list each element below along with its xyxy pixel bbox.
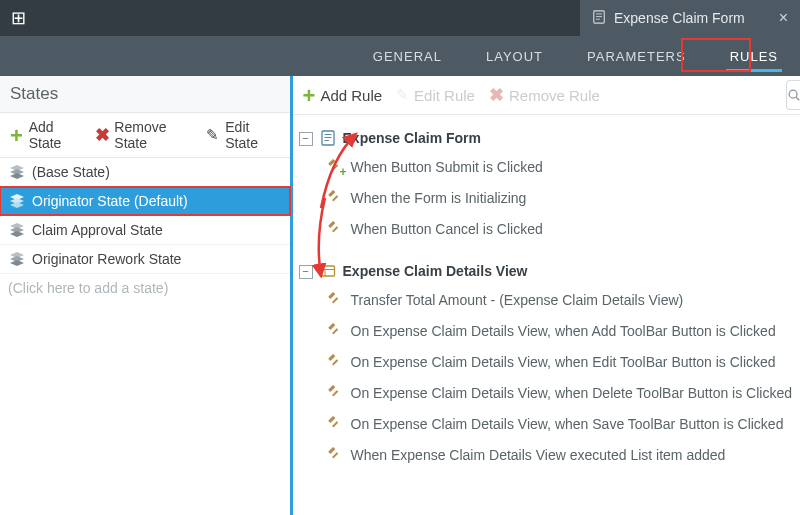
collapse-toggle[interactable]: − (299, 132, 313, 146)
gavel-icon (327, 290, 343, 309)
svg-rect-40 (331, 421, 337, 427)
tab-general[interactable]: GENERAL (351, 36, 464, 76)
add-state-button[interactable]: +Add State (8, 119, 86, 151)
svg-marker-6 (10, 173, 24, 179)
x-icon: ✖ (489, 84, 504, 106)
state-item-originator[interactable]: Originator State (Default) (0, 187, 290, 216)
collapse-toggle[interactable]: − (299, 265, 313, 279)
svg-marker-12 (10, 231, 24, 237)
svg-rect-32 (331, 297, 337, 303)
state-label: Originator Rework State (32, 251, 181, 267)
state-item-base[interactable]: (Base State) (0, 158, 290, 187)
tree-group-form[interactable]: − Expense Claim Form (299, 125, 792, 151)
pencil-icon: ✎ (396, 86, 409, 104)
svg-rect-38 (331, 390, 337, 396)
svg-point-16 (789, 90, 797, 98)
edit-rule-button: ✎Edit Rule (396, 86, 475, 104)
rule-label: Transfer Total Amount - (Expense Claim D… (351, 292, 684, 308)
gavel-icon (327, 414, 343, 433)
rule-item[interactable]: When the Form is Initializing (327, 182, 792, 213)
rule-label: On Expense Claim Details View, when Edit… (351, 354, 776, 370)
states-panel: States +Add State ✖Remove State ✎Edit St… (0, 76, 293, 515)
rule-item[interactable]: On Expense Claim Details View, when Add … (327, 315, 792, 346)
edit-state-button[interactable]: ✎Edit State (205, 119, 282, 151)
gavel-add-icon: + (327, 157, 343, 176)
rule-item[interactable]: + When Button Submit is Clicked (327, 151, 792, 182)
svg-rect-27 (331, 226, 337, 232)
svg-rect-31 (328, 292, 335, 299)
states-title: States (0, 76, 290, 113)
gavel-icon (327, 321, 343, 340)
svg-rect-22 (328, 159, 335, 166)
document-tab[interactable]: Expense Claim Form × (580, 0, 800, 36)
close-tab-button[interactable]: × (779, 10, 788, 26)
remove-rule-button: ✖Remove Rule (489, 84, 600, 106)
svg-rect-37 (328, 385, 335, 392)
stack-icon (8, 221, 26, 239)
top-bar: ⊞ Expense Claim Form × (0, 0, 800, 36)
svg-rect-23 (331, 164, 337, 170)
stack-icon (8, 250, 26, 268)
rule-item[interactable]: On Expense Claim Details View, when Edit… (327, 346, 792, 377)
svg-rect-36 (331, 359, 337, 365)
add-state-placeholder[interactable]: (Click here to add a state) (0, 274, 290, 302)
app-menu-icon[interactable]: ⊞ (0, 0, 36, 36)
pencil-icon: ✎ (205, 126, 222, 144)
x-icon: ✖ (94, 126, 111, 144)
svg-marker-15 (10, 260, 24, 266)
rule-item[interactable]: Transfer Total Amount - (Expense Claim D… (327, 284, 792, 315)
svg-rect-41 (328, 447, 335, 454)
svg-marker-9 (10, 202, 24, 208)
state-label: Claim Approval State (32, 222, 163, 238)
plus-icon: + (303, 88, 316, 103)
gavel-icon (327, 188, 343, 207)
tab-parameters[interactable]: PARAMETERS (565, 36, 708, 76)
rule-item[interactable]: When Button Cancel is Clicked (327, 213, 792, 244)
rule-label: On Expense Claim Details View, when Add … (351, 323, 776, 339)
svg-rect-33 (328, 323, 335, 330)
form-icon (319, 129, 337, 147)
gavel-icon (327, 352, 343, 371)
rule-label: When the Form is Initializing (351, 190, 527, 206)
add-rule-button[interactable]: +Add Rule (303, 87, 383, 104)
rule-label: When Button Submit is Clicked (351, 159, 543, 175)
svg-rect-24 (328, 190, 335, 197)
rule-item[interactable]: When Expense Claim Details View executed… (327, 439, 792, 470)
tree-group-view[interactable]: − Expense Claim Details View (299, 258, 792, 284)
svg-rect-34 (331, 328, 337, 334)
remove-state-button[interactable]: ✖Remove State (94, 119, 197, 151)
rule-item[interactable]: On Expense Claim Details View, when Save… (327, 408, 792, 439)
svg-rect-25 (331, 195, 337, 201)
tab-rules[interactable]: RULES (708, 36, 800, 76)
plus-icon: + (8, 126, 25, 144)
designer-tabs: GENERAL LAYOUT PARAMETERS RULES (0, 36, 800, 76)
rule-label: When Expense Claim Details View executed… (351, 447, 726, 463)
group-label: Expense Claim Details View (343, 263, 528, 279)
stack-icon (8, 163, 26, 181)
form-icon (592, 10, 606, 27)
rules-toolbar: +Add Rule ✎Edit Rule ✖Remove Rule (293, 76, 800, 115)
state-label: (Base State) (32, 164, 110, 180)
rule-item[interactable]: On Expense Claim Details View, when Dele… (327, 377, 792, 408)
rules-tree: − Expense Claim Form + When Button Submi… (293, 115, 800, 470)
search-input[interactable] (786, 80, 800, 110)
svg-rect-28 (321, 266, 334, 276)
rule-label: When Button Cancel is Clicked (351, 221, 543, 237)
group-label: Expense Claim Form (343, 130, 482, 146)
gavel-icon (327, 445, 343, 464)
gavel-icon (327, 383, 343, 402)
svg-rect-39 (328, 416, 335, 423)
gavel-icon (327, 219, 343, 238)
document-tab-title: Expense Claim Form (614, 10, 745, 26)
tab-layout[interactable]: LAYOUT (464, 36, 565, 76)
states-toolbar: +Add State ✖Remove State ✎Edit State (0, 113, 290, 158)
state-item-originator-rework[interactable]: Originator Rework State (0, 245, 290, 274)
svg-rect-26 (328, 221, 335, 228)
stack-icon (8, 192, 26, 210)
state-label: Originator State (Default) (32, 193, 188, 209)
svg-line-17 (796, 97, 799, 100)
rules-panel: +Add Rule ✎Edit Rule ✖Remove Rule − Expe… (293, 76, 800, 515)
rule-label: On Expense Claim Details View, when Save… (351, 416, 784, 432)
view-icon (319, 262, 337, 280)
state-item-claim-approval[interactable]: Claim Approval State (0, 216, 290, 245)
